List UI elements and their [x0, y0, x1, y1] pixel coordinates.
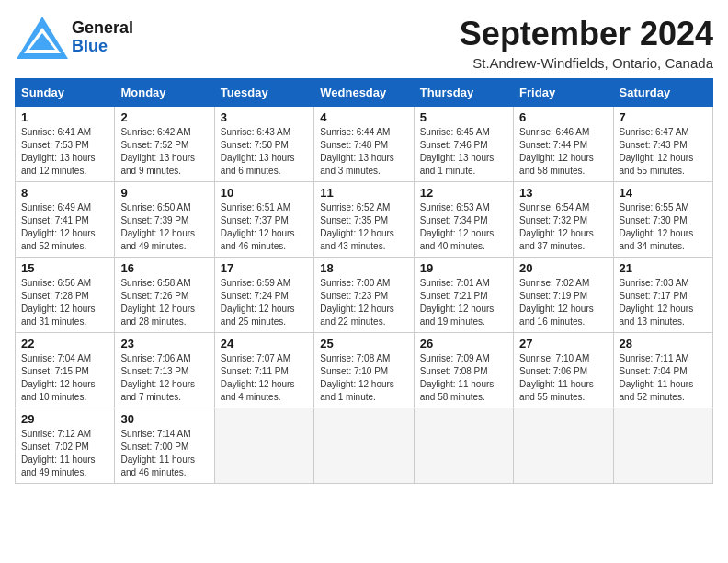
- day-detail: Sunrise: 6:53 AMSunset: 7:34 PMDaylight:…: [420, 201, 507, 253]
- day-number: 24: [221, 337, 308, 350]
- calendar-body: 1 Sunrise: 6:41 AMSunset: 7:53 PMDayligh…: [16, 107, 713, 484]
- day-detail: Sunrise: 7:04 AMSunset: 7:15 PMDaylight:…: [21, 352, 108, 404]
- day-number: 18: [320, 261, 407, 275]
- day-number: 15: [21, 261, 108, 275]
- day-header-tuesday: Tuesday: [214, 79, 313, 107]
- logo-icon: [15, 15, 70, 61]
- day-header-friday: Friday: [514, 79, 613, 107]
- day-number: 3: [221, 110, 308, 124]
- day-number: 30: [120, 412, 208, 426]
- day-number: 23: [120, 337, 208, 350]
- calendar-cell: [514, 408, 613, 484]
- day-number: 7: [620, 110, 707, 124]
- calendar-cell: 7 Sunrise: 6:47 AMSunset: 7:43 PMDayligh…: [613, 107, 712, 182]
- logo: General Blue: [15, 15, 133, 61]
- calendar-cell: 21 Sunrise: 7:03 AMSunset: 7:17 PMDaylig…: [613, 258, 712, 333]
- day-number: 5: [420, 110, 507, 124]
- day-detail: Sunrise: 6:52 AMSunset: 7:35 PMDaylight:…: [320, 201, 407, 253]
- calendar-cell: 30 Sunrise: 7:14 AMSunset: 7:00 PMDaylig…: [115, 408, 214, 484]
- logo-blue: Blue: [72, 38, 133, 56]
- day-detail: Sunrise: 6:47 AMSunset: 7:43 PMDaylight:…: [620, 126, 707, 178]
- calendar-cell: 5 Sunrise: 6:45 AMSunset: 7:46 PMDayligh…: [414, 107, 513, 182]
- calendar-table: SundayMondayTuesdayWednesdayThursdayFrid…: [15, 78, 713, 484]
- day-detail: Sunrise: 7:14 AMSunset: 7:00 PMDaylight:…: [120, 428, 208, 479]
- calendar-cell: 2 Sunrise: 6:42 AMSunset: 7:52 PMDayligh…: [115, 107, 214, 182]
- calendar-cell: 8 Sunrise: 6:49 AMSunset: 7:41 PMDayligh…: [16, 182, 115, 258]
- logo-general: General: [72, 19, 133, 38]
- calendar-cell: 16 Sunrise: 6:58 AMSunset: 7:26 PMDaylig…: [115, 258, 214, 333]
- calendar-cell: [314, 408, 414, 484]
- day-detail: Sunrise: 7:00 AMSunset: 7:23 PMDaylight:…: [320, 277, 407, 328]
- location-title: St.Andrew-Windfields, Ontario, Canada: [460, 55, 713, 71]
- day-detail: Sunrise: 6:51 AMSunset: 7:37 PMDaylight:…: [221, 201, 308, 253]
- calendar-cell: 1 Sunrise: 6:41 AMSunset: 7:53 PMDayligh…: [16, 107, 115, 182]
- calendar-cell: 22 Sunrise: 7:04 AMSunset: 7:15 PMDaylig…: [16, 333, 115, 408]
- day-number: 6: [519, 110, 607, 124]
- day-number: 9: [120, 186, 208, 200]
- calendar-cell: 18 Sunrise: 7:00 AMSunset: 7:23 PMDaylig…: [314, 258, 414, 333]
- day-number: 12: [420, 186, 507, 200]
- calendar-cell: 27 Sunrise: 7:10 AMSunset: 7:06 PMDaylig…: [514, 333, 613, 408]
- day-header-thursday: Thursday: [414, 79, 513, 107]
- calendar-cell: 25 Sunrise: 7:08 AMSunset: 7:10 PMDaylig…: [314, 333, 414, 408]
- day-number: 13: [519, 186, 607, 200]
- day-number: 25: [320, 337, 407, 350]
- calendar-cell: 28 Sunrise: 7:11 AMSunset: 7:04 PMDaylig…: [613, 333, 712, 408]
- day-header-sunday: Sunday: [16, 79, 115, 107]
- day-detail: Sunrise: 6:45 AMSunset: 7:46 PMDaylight:…: [420, 126, 507, 178]
- day-detail: Sunrise: 7:08 AMSunset: 7:10 PMDaylight:…: [320, 352, 407, 404]
- day-detail: Sunrise: 7:09 AMSunset: 7:08 PMDaylight:…: [420, 352, 507, 404]
- calendar-cell: [414, 408, 513, 484]
- calendar-cell: 13 Sunrise: 6:54 AMSunset: 7:32 PMDaylig…: [514, 182, 613, 258]
- day-number: 10: [221, 186, 308, 200]
- day-detail: Sunrise: 6:49 AMSunset: 7:41 PMDaylight:…: [21, 201, 108, 253]
- day-detail: Sunrise: 6:56 AMSunset: 7:28 PMDaylight:…: [21, 277, 108, 328]
- day-number: 14: [620, 186, 707, 200]
- day-detail: Sunrise: 7:02 AMSunset: 7:19 PMDaylight:…: [519, 277, 607, 328]
- calendar-week-2: 8 Sunrise: 6:49 AMSunset: 7:41 PMDayligh…: [16, 182, 713, 258]
- day-detail: Sunrise: 7:11 AMSunset: 7:04 PMDaylight:…: [620, 352, 707, 404]
- title-area: September 2024 St.Andrew-Windfields, Ont…: [460, 15, 713, 71]
- calendar-cell: 11 Sunrise: 6:52 AMSunset: 7:35 PMDaylig…: [314, 182, 414, 258]
- calendar-cell: 24 Sunrise: 7:07 AMSunset: 7:11 PMDaylig…: [214, 333, 313, 408]
- calendar-header-row: SundayMondayTuesdayWednesdayThursdayFrid…: [16, 79, 713, 107]
- calendar-cell: 12 Sunrise: 6:53 AMSunset: 7:34 PMDaylig…: [414, 182, 513, 258]
- calendar-cell: 19 Sunrise: 7:01 AMSunset: 7:21 PMDaylig…: [414, 258, 513, 333]
- day-number: 29: [21, 412, 108, 426]
- day-number: 22: [21, 337, 108, 350]
- day-number: 11: [320, 186, 407, 200]
- day-number: 8: [21, 186, 108, 200]
- day-number: 20: [519, 261, 607, 275]
- day-header-wednesday: Wednesday: [314, 79, 414, 107]
- day-detail: Sunrise: 7:12 AMSunset: 7:02 PMDaylight:…: [21, 428, 108, 479]
- day-detail: Sunrise: 7:06 AMSunset: 7:13 PMDaylight:…: [120, 352, 208, 404]
- day-number: 21: [620, 261, 707, 275]
- calendar-cell: 23 Sunrise: 7:06 AMSunset: 7:13 PMDaylig…: [115, 333, 214, 408]
- day-detail: Sunrise: 7:07 AMSunset: 7:11 PMDaylight:…: [221, 352, 308, 404]
- day-detail: Sunrise: 7:10 AMSunset: 7:06 PMDaylight:…: [519, 352, 607, 404]
- calendar-cell: 6 Sunrise: 6:46 AMSunset: 7:44 PMDayligh…: [514, 107, 613, 182]
- day-header-saturday: Saturday: [613, 79, 712, 107]
- day-number: 19: [420, 261, 507, 275]
- day-detail: Sunrise: 6:44 AMSunset: 7:48 PMDaylight:…: [320, 126, 407, 178]
- day-number: 26: [420, 337, 507, 350]
- calendar-cell: 4 Sunrise: 6:44 AMSunset: 7:48 PMDayligh…: [314, 107, 414, 182]
- calendar-cell: 15 Sunrise: 6:56 AMSunset: 7:28 PMDaylig…: [16, 258, 115, 333]
- day-number: 16: [120, 261, 208, 275]
- day-number: 4: [320, 110, 407, 124]
- calendar-cell: 29 Sunrise: 7:12 AMSunset: 7:02 PMDaylig…: [16, 408, 115, 484]
- day-detail: Sunrise: 6:42 AMSunset: 7:52 PMDaylight:…: [120, 126, 208, 178]
- calendar-cell: 20 Sunrise: 7:02 AMSunset: 7:19 PMDaylig…: [514, 258, 613, 333]
- day-detail: Sunrise: 6:55 AMSunset: 7:30 PMDaylight:…: [620, 201, 707, 253]
- day-detail: Sunrise: 6:54 AMSunset: 7:32 PMDaylight:…: [519, 201, 607, 253]
- calendar-cell: 9 Sunrise: 6:50 AMSunset: 7:39 PMDayligh…: [115, 182, 214, 258]
- day-detail: Sunrise: 6:41 AMSunset: 7:53 PMDaylight:…: [21, 126, 108, 178]
- day-number: 27: [519, 337, 607, 350]
- calendar-week-4: 22 Sunrise: 7:04 AMSunset: 7:15 PMDaylig…: [16, 333, 713, 408]
- calendar-cell: 26 Sunrise: 7:09 AMSunset: 7:08 PMDaylig…: [414, 333, 513, 408]
- day-number: 2: [120, 110, 208, 124]
- calendar-cell: [613, 408, 712, 484]
- day-number: 1: [21, 110, 108, 124]
- day-detail: Sunrise: 6:59 AMSunset: 7:24 PMDaylight:…: [221, 277, 308, 328]
- day-detail: Sunrise: 6:43 AMSunset: 7:50 PMDaylight:…: [221, 126, 308, 178]
